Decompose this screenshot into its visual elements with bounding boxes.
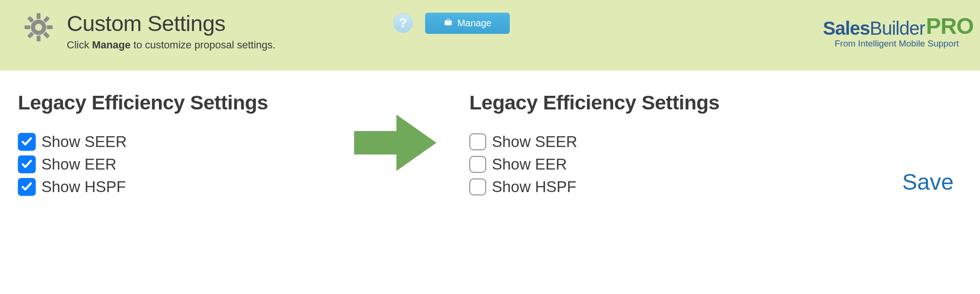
checkbox-checked-icon[interactable] bbox=[18, 155, 36, 173]
brand-logo: SalesBuilder PRO From Intelligent Mobile… bbox=[829, 4, 965, 49]
section-title-after: Legacy Efficiency Settings bbox=[469, 91, 719, 114]
option-label: Show HSPF bbox=[492, 178, 577, 196]
gear-icon bbox=[23, 11, 55, 43]
page-title: Custom Settings bbox=[67, 10, 276, 36]
option-row: Show EER bbox=[18, 155, 319, 173]
svg-rect-2 bbox=[24, 25, 30, 29]
svg-point-9 bbox=[35, 24, 42, 31]
option-row: Show HSPF bbox=[18, 178, 319, 196]
header-title-block: Custom Settings Click Manage to customiz… bbox=[67, 10, 276, 51]
option-label: Show SEER bbox=[492, 133, 577, 151]
svg-rect-12 bbox=[447, 20, 449, 21]
svg-rect-1 bbox=[37, 36, 40, 41]
checkbox-empty-icon[interactable] bbox=[469, 133, 486, 150]
manage-button-label: Manage bbox=[458, 18, 491, 29]
option-label: Show EER bbox=[41, 155, 117, 173]
legacy-settings-after: Legacy Efficiency Settings Show SEER Sho… bbox=[469, 91, 719, 196]
svg-marker-14 bbox=[354, 115, 436, 171]
option-label: Show EER bbox=[492, 155, 567, 173]
checkbox-checked-icon[interactable] bbox=[18, 178, 36, 196]
page-subtitle: Click Manage to customize proposal setti… bbox=[67, 39, 276, 51]
legacy-settings-before: Legacy Efficiency Settings Show SEER Sho… bbox=[18, 91, 319, 196]
arrow-icon bbox=[319, 110, 469, 176]
svg-rect-10 bbox=[444, 21, 451, 25]
svg-rect-0 bbox=[37, 13, 40, 19]
option-row: Show SEER bbox=[469, 133, 719, 151]
settings-header: Custom Settings Click Manage to customiz… bbox=[0, 0, 980, 70]
brand-tagline: From Intelligent Mobile Support bbox=[829, 39, 965, 49]
svg-rect-5 bbox=[27, 32, 34, 39]
checkbox-empty-icon[interactable] bbox=[469, 178, 486, 195]
option-row: Show SEER bbox=[18, 133, 319, 151]
svg-rect-7 bbox=[43, 32, 50, 39]
option-label: Show HSPF bbox=[41, 178, 126, 196]
svg-rect-6 bbox=[27, 16, 34, 23]
help-icon[interactable]: ? bbox=[393, 13, 413, 33]
content-area: Legacy Efficiency Settings Show SEER Sho… bbox=[0, 70, 980, 196]
option-row: Show HSPF bbox=[469, 178, 719, 196]
checkbox-empty-icon[interactable] bbox=[469, 156, 486, 173]
option-label: Show SEER bbox=[41, 133, 127, 151]
save-button[interactable]: Save bbox=[902, 169, 954, 195]
briefcase-icon bbox=[443, 17, 453, 29]
svg-rect-4 bbox=[43, 16, 50, 23]
section-title-before: Legacy Efficiency Settings bbox=[18, 91, 319, 114]
checkbox-checked-icon[interactable] bbox=[18, 133, 36, 151]
manage-button[interactable]: Manage bbox=[425, 13, 510, 34]
svg-rect-3 bbox=[47, 25, 53, 29]
option-row: Show EER bbox=[469, 155, 719, 173]
